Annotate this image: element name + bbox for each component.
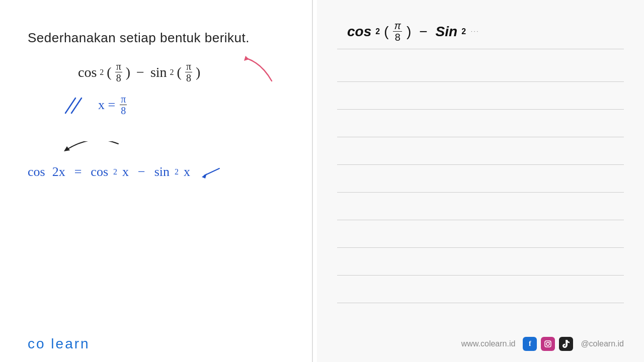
hw-open-paren: ( <box>384 24 388 40</box>
social-icons: f <box>523 337 573 351</box>
social-handle: @colearn.id <box>581 339 624 348</box>
hw-fraction: π 8 <box>393 20 401 43</box>
svg-line-4 <box>204 168 219 175</box>
curve-arrow-container <box>58 141 292 163</box>
hw-pi-num: π <box>393 20 401 32</box>
hw-minus: − <box>419 24 427 40</box>
ruled-line <box>337 54 624 82</box>
hw-close-paren: ) <box>407 24 411 40</box>
identity-block: cos 2x = cos 2 x − sin 2 x <box>28 141 292 179</box>
hw-sin: Sin <box>436 24 458 40</box>
ruled-line <box>337 193 624 220</box>
cos-label: cos <box>28 164 45 179</box>
right-panel: cos 2 ( π 8 ) − Sin 2 ··· <box>317 0 644 362</box>
tiktok-icon <box>559 337 573 351</box>
fraction-pi-over-8-2: π 8 <box>185 61 192 83</box>
svg-point-7 <box>546 342 549 345</box>
ruled-lines <box>337 54 624 303</box>
x-label: x = <box>98 98 115 113</box>
facebook-icon: f <box>523 337 537 351</box>
svg-rect-6 <box>545 341 551 347</box>
svg-line-1 <box>65 98 75 113</box>
eight-denominator-sub: 8 <box>120 105 127 116</box>
pink-arrow-icon <box>242 53 277 86</box>
open-paren2: ( <box>177 64 182 80</box>
two-x-label: 2x <box>52 164 65 179</box>
identity-equation: cos 2x = cos 2 x − sin 2 x <box>28 164 292 179</box>
ruled-line <box>337 220 624 248</box>
open-paren1: ( <box>107 64 111 80</box>
curve-arrow-icon <box>58 141 123 161</box>
ruled-line <box>337 276 624 303</box>
minus-sign: − <box>136 64 144 80</box>
pi-numerator-2: π <box>185 61 192 72</box>
cos-squared: cos <box>78 64 97 80</box>
left-panel: Sederhanakan setiap bentuk berikut. cos … <box>0 0 312 362</box>
svg-line-2 <box>71 98 82 113</box>
handwritten-expression: cos 2 ( π 8 ) − Sin 2 ··· <box>337 15 624 43</box>
pi-numerator-1: π <box>115 61 122 72</box>
small-blue-arrow-icon <box>199 164 222 179</box>
hw-cos: cos <box>347 24 371 40</box>
eight-denominator-1: 8 <box>115 72 122 83</box>
fraction-pi-over-8-1: π 8 <box>115 61 122 83</box>
website-link: www.colearn.id <box>461 339 516 348</box>
close-paren1: ) <box>126 64 130 80</box>
ruled-line <box>337 165 624 193</box>
footer-right: www.colearn.id f @colearn.id <box>461 337 624 351</box>
pink-arrow-container <box>242 53 277 88</box>
hw-8-den: 8 <box>394 32 401 43</box>
sin-sq-exp: 2 <box>175 167 179 176</box>
pi-numerator-sub: π <box>120 94 127 105</box>
fraction-pi-over-8-sub: π 8 <box>120 94 127 116</box>
ruled-line <box>337 248 624 276</box>
ruled-line <box>337 110 624 137</box>
footer: co learn www.colearn.id f @colearn.id <box>0 336 644 352</box>
dots: ··· <box>471 29 479 34</box>
logo: co learn <box>28 336 90 352</box>
cos-sq-exp: 2 <box>113 167 117 176</box>
ruled-line <box>337 82 624 110</box>
cos-exponent: 2 <box>100 68 104 77</box>
handwritten-expression-block: cos 2 ( π 8 ) − Sin 2 ··· <box>337 15 624 49</box>
hw-sin-exp: 2 <box>461 27 466 36</box>
main-equation-block: cos 2 ( π 8 ) − sin 2 ( π 8 ) <box>78 61 292 83</box>
sin-exponent: 2 <box>170 68 174 77</box>
cos-sq-label: cos <box>91 164 108 179</box>
substitution-block: x = π 8 <box>58 94 292 116</box>
instagram-icon <box>541 337 555 351</box>
equals-label: = <box>74 164 82 179</box>
problem-text: Sederhanakan setiap bentuk berikut. <box>28 30 292 46</box>
minus-label-id: − <box>138 164 145 179</box>
ruled-line <box>337 137 624 165</box>
x-label-id: x <box>122 164 129 179</box>
hw-cos-exp: 2 <box>375 27 380 36</box>
sin-sq-label: sin <box>154 164 170 179</box>
divider <box>312 0 313 362</box>
sin-squared: sin <box>150 64 167 80</box>
close-paren2: ) <box>196 64 200 80</box>
svg-marker-3 <box>64 146 70 151</box>
x-label-id2: x <box>184 164 190 179</box>
x-equals-expression: x = π 8 <box>98 94 127 116</box>
svg-point-8 <box>549 342 550 343</box>
eight-denominator-2: 8 <box>185 72 192 83</box>
blue-slash-icon <box>58 96 88 115</box>
svg-marker-5 <box>202 173 207 178</box>
